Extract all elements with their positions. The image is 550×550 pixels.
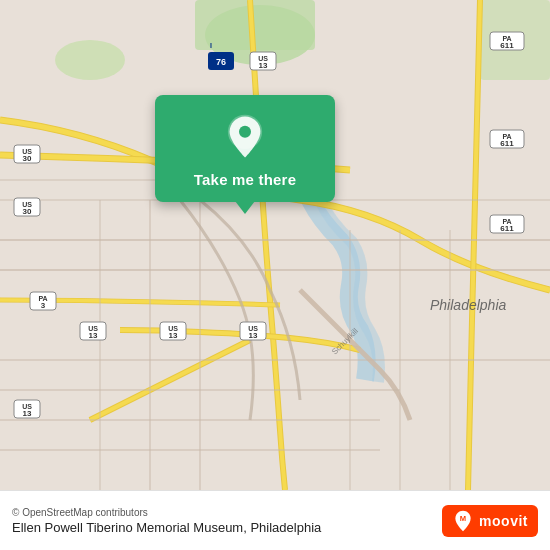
svg-text:13: 13: [169, 331, 178, 340]
info-bar: © OpenStreetMap contributors Ellen Powel…: [0, 490, 550, 550]
svg-text:611: 611: [500, 139, 514, 148]
svg-text:M: M: [460, 514, 466, 523]
svg-text:13: 13: [89, 331, 98, 340]
map-container: 76 I US 13 US 30 US 30 PA 3 US 13 US 13 …: [0, 0, 550, 490]
copyright-text: © OpenStreetMap contributors: [12, 507, 321, 518]
svg-text:3: 3: [41, 301, 46, 310]
svg-text:30: 30: [23, 207, 32, 216]
info-left: © OpenStreetMap contributors Ellen Powel…: [12, 507, 321, 535]
moovit-text: moovit: [479, 513, 528, 529]
location-name: Ellen Powell Tiberino Memorial Museum, P…: [12, 520, 321, 535]
svg-text:611: 611: [500, 41, 514, 50]
svg-point-58: [239, 126, 251, 138]
svg-text:30: 30: [23, 154, 32, 163]
moovit-logo[interactable]: M moovit: [442, 505, 538, 537]
svg-text:Philadelphia: Philadelphia: [430, 297, 506, 313]
svg-text:13: 13: [259, 61, 268, 70]
svg-text:611: 611: [500, 224, 514, 233]
svg-text:I: I: [210, 42, 212, 49]
location-pin-icon: [221, 113, 269, 161]
svg-point-3: [55, 40, 125, 80]
svg-text:13: 13: [23, 409, 32, 418]
moovit-icon: M: [452, 510, 474, 532]
take-me-there-label: Take me there: [194, 171, 296, 188]
svg-text:13: 13: [249, 331, 258, 340]
svg-text:76: 76: [216, 57, 226, 67]
take-me-there-popup[interactable]: Take me there: [155, 95, 335, 202]
